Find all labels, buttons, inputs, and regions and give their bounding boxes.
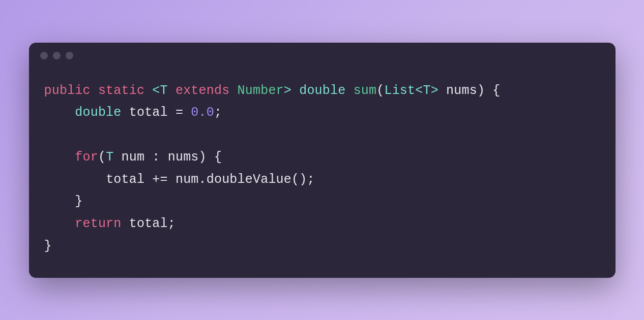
op-eq: = xyxy=(175,105,183,120)
var-nums: nums xyxy=(160,150,199,165)
semicolon: ; xyxy=(168,216,175,231)
parens: () xyxy=(291,172,307,187)
function-sum: sum xyxy=(354,83,377,98)
type-number: Number xyxy=(238,83,284,98)
angle-open: < xyxy=(152,83,160,98)
var-total: total xyxy=(106,172,152,187)
window-close-icon xyxy=(40,52,48,59)
generic-open: < xyxy=(415,83,423,98)
keyword-double: double xyxy=(299,83,345,98)
window-maximize-icon xyxy=(66,52,73,59)
code-window: public static <T extends Number> double … xyxy=(29,43,616,278)
code-line-6: } xyxy=(44,194,83,209)
op-pluseq: += xyxy=(152,172,167,187)
angle-close: > xyxy=(284,83,291,98)
generic-t: T xyxy=(423,83,430,98)
var-total: total xyxy=(122,105,175,120)
type-t: T xyxy=(106,150,113,165)
brace-open: { xyxy=(485,83,500,98)
fn-doublevalue: doubleValue xyxy=(207,172,291,187)
semicolon: ; xyxy=(307,172,314,187)
paren-open: ( xyxy=(376,83,384,98)
code-line-5: total += num.doubleValue(); xyxy=(44,172,315,187)
window-minimize-icon xyxy=(53,52,61,59)
literal-zero: 0.0 xyxy=(191,105,214,120)
type-list: List xyxy=(384,83,415,98)
code-content: public static <T extends Number> double … xyxy=(29,65,616,278)
code-line-2: double total = 0.0; xyxy=(44,105,222,120)
keyword-return: return xyxy=(75,216,121,231)
var-num: num xyxy=(113,150,152,165)
code-line-1: public static <T extends Number> double … xyxy=(44,83,501,98)
generic-close: > xyxy=(431,83,438,98)
paren-open: ( xyxy=(98,150,106,165)
title-bar xyxy=(29,43,616,65)
code-line-8: } xyxy=(44,239,52,253)
code-line-7: return total; xyxy=(44,216,175,231)
op-colon: : xyxy=(152,150,160,165)
type-t: T xyxy=(160,83,168,98)
keyword-extends: extends xyxy=(175,83,229,98)
semicolon: ; xyxy=(214,105,222,120)
keyword-public: public xyxy=(44,83,91,98)
dot: . xyxy=(199,172,207,187)
brace-open: { xyxy=(207,150,222,165)
code-line-4: for(T num : nums) { xyxy=(44,150,222,165)
paren-close: ) xyxy=(477,83,485,98)
keyword-static: static xyxy=(98,83,144,98)
var-total: total xyxy=(122,216,168,231)
brace-close: } xyxy=(44,239,52,253)
keyword-double: double xyxy=(75,105,121,120)
param-nums: nums xyxy=(438,83,477,98)
keyword-for: for xyxy=(75,150,98,165)
paren-close: ) xyxy=(199,150,207,165)
var-num: num xyxy=(168,172,199,187)
brace-close: } xyxy=(75,194,82,209)
